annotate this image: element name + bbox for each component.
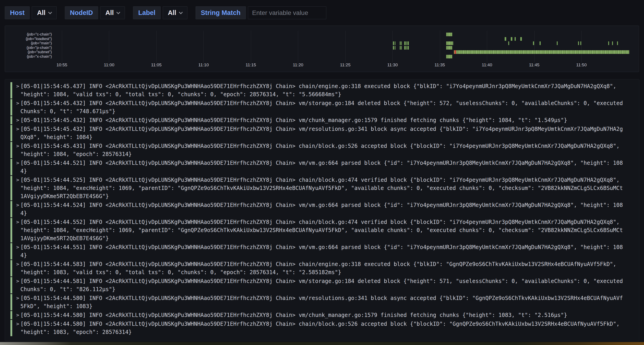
log-level-indicator (10, 176, 12, 200)
timeline-marks (5, 26, 639, 72)
timeline-mark (456, 50, 629, 54)
series-label: {job="loadtest"} (5, 37, 52, 41)
log-line-text: [05-01|15:54:44.525] INFO <2AcRkXTLLtQjv… (20, 176, 624, 200)
log-row[interactable]: > [05-01|15:54:44.580] INFO <2AcRkXTLLtQ… (10, 320, 639, 336)
timeline-mark (612, 41, 613, 45)
log-level-indicator (10, 159, 12, 175)
log-level-indicator (10, 320, 12, 336)
variable-dropdown[interactable]: All (163, 6, 188, 19)
log-line-text: [05-01|15:54:45.437] INFO <2AcRkXTLLtQjv… (20, 82, 624, 98)
expand-chevron-icon[interactable]: > (15, 243, 20, 259)
variable-dropdown[interactable]: All (32, 6, 56, 19)
expand-chevron-icon[interactable]: > (15, 99, 20, 115)
expand-chevron-icon[interactable]: > (15, 201, 20, 217)
log-row[interactable]: > [05-01|15:54:44.524] INFO <2AcRkXTLLtQ… (10, 201, 639, 217)
timeline-mark (446, 46, 452, 49)
expand-chevron-icon[interactable]: > (15, 82, 20, 98)
expand-chevron-icon[interactable]: > (15, 294, 20, 310)
variable-control: Label All (133, 6, 188, 19)
log-level-indicator (10, 142, 12, 158)
log-row[interactable]: > [05-01|15:54:45.431] INFO <2AcRkXTLLtQ… (10, 142, 639, 158)
variable-label[interactable]: Host (5, 6, 30, 19)
log-line-text: [05-01|15:54:44.580] INFO <2AcRkXTLLtQjv… (20, 311, 624, 319)
timeline-mark (400, 41, 401, 45)
string-match-input-wrap (248, 6, 326, 19)
chevron-down-icon (179, 10, 183, 14)
log-line-text: [05-01|15:54:44.580] INFO <2AcRkXTLLtQjv… (20, 320, 624, 336)
string-match-label[interactable]: String Match (196, 6, 246, 19)
log-volume-panel[interactable]: 10:5511:0011:0511:1011:1511:2011:2511:30… (5, 25, 639, 72)
expand-chevron-icon[interactable]: > (15, 218, 20, 243)
series-label: {job="x-chain"} (5, 54, 52, 59)
log-row[interactable]: > [05-01|15:54:44.551] INFO <2AcRkXTLLtQ… (10, 243, 639, 259)
expand-chevron-icon[interactable]: > (15, 260, 20, 276)
variable-groups: Host All NodeID All Label All (5, 6, 188, 19)
timeline-mark (608, 41, 609, 45)
expand-chevron-icon[interactable]: > (15, 142, 20, 158)
log-level-indicator (10, 218, 12, 243)
timeline-mark (401, 46, 402, 49)
log-level-indicator (10, 260, 12, 276)
logs-panel: > [05-01|15:54:45.437] INFO <2AcRkXTLLtQ… (5, 79, 640, 341)
expand-chevron-icon[interactable]: > (15, 125, 20, 141)
string-match-control: String Match (196, 6, 326, 19)
chevron-down-icon (116, 10, 120, 14)
log-line-text: [05-01|15:54:45.432] INFO <2AcRkXTLLtQjv… (20, 125, 624, 141)
expand-chevron-icon[interactable]: > (15, 320, 20, 336)
timeline-mark (395, 41, 396, 45)
log-row[interactable]: > [05-01|15:54:44.583] INFO <2AcRkXTLLtQ… (10, 260, 639, 276)
log-row[interactable]: > [05-01|15:54:45.432] INFO <2AcRkXTLLtQ… (10, 116, 639, 124)
log-line-text: [05-01|15:54:44.552] INFO <2AcRkXTLLtQjv… (20, 218, 624, 243)
log-row[interactable]: > [05-01|15:54:45.432] INFO <2AcRkXTLLtQ… (10, 125, 639, 141)
log-line-text: [05-01|15:54:45.432] INFO <2AcRkXTLLtQjv… (20, 99, 624, 115)
log-row[interactable]: > [05-01|15:54:45.432] INFO <2AcRkXTLLtQ… (10, 99, 639, 115)
series-label: {job="subnet"} (5, 50, 52, 54)
chevron-down-icon (48, 10, 52, 14)
expand-chevron-icon[interactable]: > (15, 159, 20, 175)
log-row[interactable]: > [05-01|15:54:44.525] INFO <2AcRkXTLLtQ… (10, 176, 639, 200)
timeline-mark (446, 32, 452, 36)
timeline-mark (406, 46, 407, 49)
series-labels: {job="c-chain"}{job="loadtest"}{job="mai… (5, 32, 52, 59)
expand-chevron-icon[interactable]: > (15, 176, 20, 200)
background-content-sliver (0, 342, 644, 345)
log-row[interactable]: > [05-01|15:54:44.521] INFO <2AcRkXTLLtQ… (10, 159, 639, 175)
log-level-indicator (10, 99, 12, 115)
timeline-mark (408, 41, 409, 45)
variable-dropdown-value: All (168, 9, 176, 16)
timeline-mark (393, 41, 394, 45)
log-line-text: [05-01|15:54:44.524] INFO <2AcRkXTLLtQjv… (20, 201, 624, 217)
variable-bar: Host All NodeID All Label All String Mat… (5, 6, 326, 19)
string-match-input[interactable] (252, 9, 322, 16)
log-row[interactable]: > [05-01|15:54:44.552] INFO <2AcRkXTLLtQ… (10, 218, 639, 243)
variable-dropdown[interactable]: All (100, 6, 125, 19)
log-row[interactable]: > [05-01|15:54:44.580] INFO <2AcRkXTLLtQ… (10, 311, 639, 319)
expand-chevron-icon[interactable]: > (15, 116, 20, 124)
timeline-mark (400, 46, 401, 49)
log-level-indicator (10, 294, 12, 310)
log-level-indicator (10, 201, 12, 217)
timeline-mark (406, 41, 407, 45)
log-row[interactable]: > [05-01|15:54:44.580] INFO <2AcRkXTLLtQ… (10, 294, 639, 310)
log-row[interactable]: > [05-01|15:54:44.581] INFO <2AcRkXTLLtQ… (10, 277, 639, 293)
timeline-mark (580, 41, 581, 45)
variable-dropdown-value: All (37, 9, 45, 16)
log-line-text: [05-01|15:54:44.580] INFO <2AcRkXTLLtQjv… (20, 294, 624, 310)
log-row[interactable]: > [05-01|15:54:45.437] INFO <2AcRkXTLLtQ… (10, 82, 639, 98)
log-line-text: [05-01|15:54:44.581] INFO <2AcRkXTLLtQjv… (20, 277, 624, 293)
timeline-mark (578, 41, 579, 45)
timeline-mark (508, 41, 509, 45)
variable-label[interactable]: Label (133, 6, 161, 19)
log-level-indicator (10, 116, 12, 124)
log-line-text: [05-01|15:54:44.583] INFO <2AcRkXTLLtQjv… (20, 260, 624, 276)
timeline-mark (446, 55, 452, 58)
expand-chevron-icon[interactable]: > (15, 311, 20, 319)
variable-label[interactable]: NodeID (65, 6, 98, 19)
log-line-text: [05-01|15:54:45.431] INFO <2AcRkXTLLtQjv… (20, 142, 624, 158)
variable-control: Host All (5, 6, 57, 19)
log-level-indicator (10, 82, 12, 98)
timeline-mark (408, 46, 409, 49)
log-line-text: [05-01|15:54:44.551] INFO <2AcRkXTLLtQjv… (20, 243, 624, 259)
expand-chevron-icon[interactable]: > (15, 277, 20, 293)
timeline-mark (617, 41, 618, 45)
